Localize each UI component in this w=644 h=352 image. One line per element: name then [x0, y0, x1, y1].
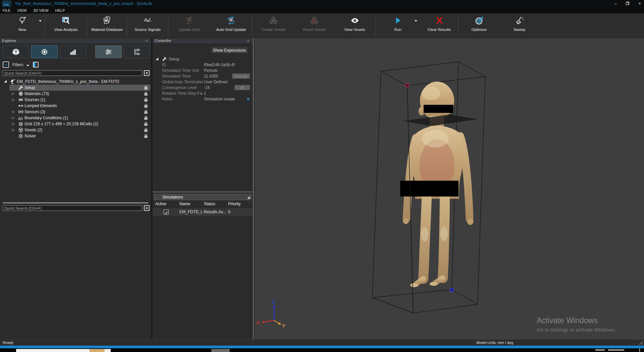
wrench-icon — [162, 56, 167, 61]
tree-item-sources-1[interactable]: ▷Sources (1) — [0, 97, 151, 103]
dropdown-caret-icon[interactable] — [415, 20, 417, 22]
simulations-column-status[interactable]: Status — [204, 202, 215, 206]
quick-search-input-2[interactable] — [3, 205, 142, 211]
target-icon — [475, 16, 484, 25]
simulations-section-header[interactable]: Simulations — [154, 194, 252, 200]
tree-item-sensors-3[interactable]: ▷Sensors (3) — [0, 109, 151, 115]
simulations-column-active[interactable]: Active — [155, 202, 166, 206]
simulations-column-name[interactable]: Name — [179, 202, 190, 206]
menu-file[interactable]: FILE — [3, 7, 14, 13]
collapsed-arrow-icon[interactable]: ▷ — [12, 122, 15, 126]
toolbar-button-view-voxels[interactable]: View Voxels — [334, 13, 375, 38]
explorer-tab-circuit-tree[interactable] — [124, 45, 150, 58]
property-value[interactable]: 11.4355 — [204, 74, 235, 79]
toolbar-button-run[interactable]: Run — [375, 13, 420, 38]
minimize-icon[interactable]: – — [613, 1, 618, 6]
property-label: Global Auto Termination — [162, 80, 203, 84]
split-view-icon[interactable] — [33, 62, 39, 68]
close-icon[interactable]: × — [637, 1, 642, 6]
filters-label[interactable]: Filters — [12, 62, 23, 67]
toolbar-button-optimize[interactable]: Optimize — [459, 13, 500, 38]
3d-scene: Z X Y — [254, 38, 644, 339]
simulation-status: Results Av... — [204, 210, 226, 214]
property-value[interactable]: ff4ed249-3a58-4fcc-b6a... — [204, 62, 235, 67]
restore-icon[interactable] — [625, 1, 630, 6]
property-row-id[interactable]: IDff4ed249-3a58-4fcc-b6a... — [153, 62, 253, 68]
tree-item-solver[interactable]: Solver — [0, 133, 151, 139]
marker-blue-point[interactable] — [450, 288, 454, 292]
tree-item-label: Boundary Conditions (1) — [24, 116, 68, 120]
dropdown-caret-icon[interactable] — [39, 20, 42, 22]
setup-property-group[interactable]: Setup — [153, 56, 253, 62]
property-value[interactable]: Periods — [204, 68, 235, 73]
simulation-table-row[interactable]: EM_FDTD_t...Results Av...0 — [153, 208, 253, 216]
search-clear-icon-2[interactable]: × — [144, 205, 150, 211]
unit-badge: dB — [234, 85, 250, 90]
tree-item-em-fdtd-thelonious-700mhz-x-pos-theta-em[interactable]: EM_FDTD_thelonious_700MHz_x_pos_theta - … — [0, 79, 151, 85]
atom-icon — [18, 91, 23, 96]
collapsed-arrow-icon[interactable]: ▷ — [12, 128, 15, 132]
tree-item-voxels-2[interactable]: ▷Voxels (2) — [0, 127, 151, 133]
lock-icon — [144, 85, 148, 90]
property-value[interactable]: User Defined — [204, 80, 235, 84]
toolbar-button-material-database[interactable]: Material Database — [87, 13, 127, 38]
property-label: ID — [162, 62, 203, 67]
toolbar-button-source-signals[interactable]: Source Signals — [127, 13, 168, 38]
add-note-icon[interactable]: + — [247, 96, 250, 102]
property-row-simulation-time-unit[interactable]: Simulation Time UnitPeriods — [153, 68, 253, 73]
expanded-arrow-icon[interactable] — [4, 80, 7, 83]
explorer-close-icon[interactable]: × — [144, 38, 149, 43]
explorer-tab-analysis-bars[interactable] — [60, 45, 86, 58]
quick-search-input[interactable] — [3, 70, 142, 76]
toolbar-button-new[interactable]: New — [0, 13, 45, 38]
tree-item-boundary-conditions-1[interactable]: ▷∂ΩBoundary Conditions (1) — [0, 115, 151, 121]
explorer-tab-settings-sliders[interactable] — [95, 45, 122, 58]
resize-grip-icon[interactable] — [639, 341, 643, 345]
explorer-splitter[interactable] — [3, 202, 148, 204]
toolbar-label-optimize: Optimize — [472, 28, 487, 32]
menu-view[interactable]: VIEW — [14, 7, 30, 13]
active-checkbox[interactable] — [164, 210, 169, 215]
tree-item-materials-73[interactable]: ▷Materials (73) — [0, 91, 151, 97]
quick-search-row-2: × — [3, 205, 148, 211]
simulations-column-priority[interactable]: Priority — [228, 202, 240, 206]
collapsed-arrow-icon[interactable]: ▷ — [12, 98, 15, 101]
signal-wave-icon — [143, 16, 152, 25]
collapse-all-button[interactable]: − — [3, 61, 9, 68]
collapsed-arrow-icon[interactable]: ▷ — [12, 110, 15, 114]
collapsed-arrow-icon[interactable]: ▷ — [12, 92, 15, 95]
controller-panel: Controller × Show Expressions Setup IDff… — [153, 38, 253, 339]
toolbar-button-auto-grid-update[interactable]: Auto Grid Update — [210, 13, 252, 38]
lock-icon — [144, 122, 148, 126]
tree-item-setup[interactable]: Setup — [0, 85, 151, 91]
property-row-relative-time-step-factor[interactable]: Relative Time-Step Factor1 — [153, 90, 253, 96]
simulations-splitter[interactable] — [153, 191, 253, 192]
setup-expand-icon[interactable] — [156, 57, 158, 60]
property-row-notes[interactable]: NotesSimulation created: 0...+ — [153, 96, 253, 102]
menu-3d-view[interactable]: 3D VIEW — [30, 7, 52, 13]
filters-caret-icon[interactable] — [26, 65, 29, 67]
property-value[interactable]: 1 — [204, 91, 235, 96]
collapsed-arrow-icon[interactable]: ▷ — [12, 116, 15, 120]
tree-item-label: Setup — [24, 85, 35, 90]
toolbar-button-sweep[interactable]: Sweep — [500, 13, 539, 38]
property-row-simulation-time[interactable]: Simulation Time11.4355Periods — [153, 73, 253, 79]
eye-icon — [350, 16, 360, 25]
property-value[interactable]: Simulation created: 0... — [204, 97, 235, 101]
explorer-tab-model-cube[interactable] — [3, 45, 29, 58]
show-expressions-button[interactable]: Show Expressions — [211, 47, 248, 54]
property-row-global-auto-termination[interactable]: Global Auto TerminationUser Defined — [153, 79, 253, 85]
tree-item-lumped-elements[interactable]: Lumped Elements — [0, 103, 151, 109]
3d-viewport[interactable]: Z X Y Activate Windows Go to Settings to… — [254, 38, 644, 339]
property-row-convergence-level[interactable]: Convergence Level-15dB — [153, 85, 253, 90]
toolbar-button-clear-results[interactable]: Clear Results — [420, 13, 458, 38]
property-value[interactable]: -15 — [204, 85, 235, 90]
toolbar-button-view-analysis[interactable]: View Analysis — [45, 13, 87, 38]
controller-close-icon[interactable]: × — [246, 38, 251, 43]
tree-item-grid-229-x-177-x-499-20-226-mcells-2[interactable]: ▷Grid 229 x 177 x 499 = 20.226 MCells (2… — [0, 121, 151, 127]
search-clear-icon[interactable]: × — [144, 70, 150, 76]
toolbar-label-create-voxels: Create Voxels — [261, 28, 285, 32]
marker-red-point[interactable] — [406, 84, 409, 87]
menu-help[interactable]: HELP — [52, 7, 68, 13]
explorer-tab-simulation-chip[interactable] — [31, 45, 58, 58]
